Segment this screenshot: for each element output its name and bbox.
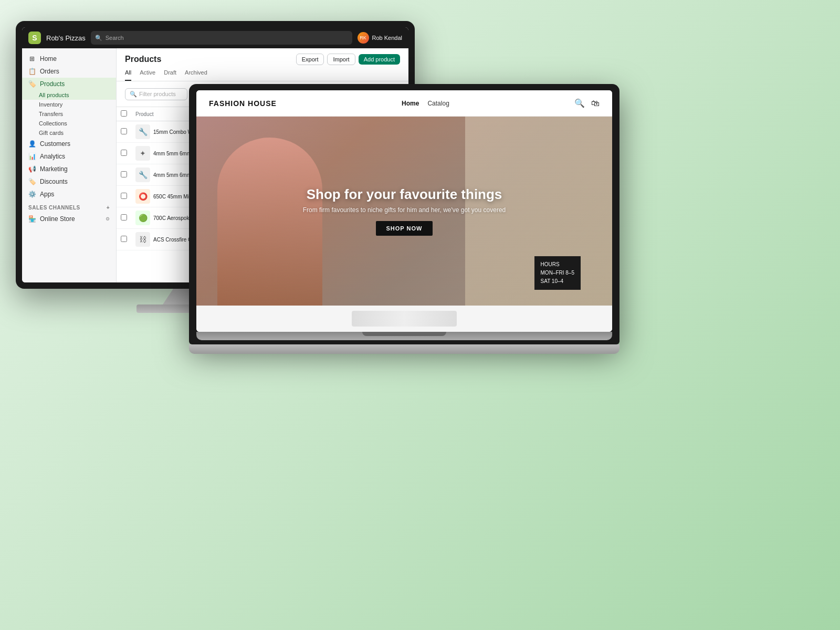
sidebar-label-apps: Apps <box>40 191 54 198</box>
store-header: FASHION HOUSE Home Catalog 🔍 🛍 <box>196 90 612 117</box>
sidebar-label-customers: Customers <box>40 140 70 148</box>
store-search-button[interactable]: 🔍 <box>574 98 585 108</box>
product-image: ✦ <box>135 146 150 161</box>
products-tabs: All Active Draft Archived <box>125 69 400 81</box>
sidebar-item-marketing[interactable]: 📢 Marketing <box>22 163 116 175</box>
export-button[interactable]: Export <box>296 54 324 65</box>
sales-channels-label: SALES CHANNELS <box>28 205 80 211</box>
sidebar-item-customers[interactable]: 👤 Customers <box>22 138 116 150</box>
products-icon: 🏷️ <box>28 80 36 88</box>
store-nav-home[interactable]: Home <box>402 100 419 107</box>
store-name-label: Rob's Pizzas <box>46 34 86 42</box>
hours-title: HOURS <box>541 260 574 269</box>
hero-section: Shop for your favourite things From firm… <box>196 117 612 306</box>
product-image: ⭕ <box>135 189 150 204</box>
admin-user: RK Rob Kendal <box>358 32 403 44</box>
sidebar-sub-label-inventory: Inventory <box>39 101 62 108</box>
sidebar-label-online-store: Online Store <box>40 215 75 223</box>
header-actions: Export Import Add product <box>296 54 400 65</box>
sidebar-sub-all-products[interactable]: All products <box>22 90 116 100</box>
sidebar-sub-label-all-products: All products <box>39 92 69 98</box>
tab-archived[interactable]: Archived <box>185 69 207 81</box>
user-initials: RK <box>360 35 366 40</box>
online-store-settings-icon[interactable]: ⚙ <box>106 216 110 222</box>
hero-cta-button[interactable]: SHOP NOW <box>376 221 433 236</box>
shopify-logo: S <box>28 32 41 44</box>
product-image: 🔧 <box>135 124 150 139</box>
add-product-button[interactable]: Add product <box>359 54 400 65</box>
discounts-icon: 🏷️ <box>28 178 36 185</box>
hero-text-container: Shop for your favourite things From firm… <box>303 186 506 235</box>
search-placeholder: Search <box>106 35 124 41</box>
store-nav: Home Catalog <box>402 100 449 107</box>
sidebar-sub-label-collections: Collections <box>39 120 67 127</box>
sidebar-sub-label-gift-cards: Gift cards <box>39 130 64 136</box>
hero-subtitle: From firm favourites to niche gifts for … <box>303 206 506 214</box>
row-checkbox[interactable] <box>121 236 127 242</box>
admin-header: S Rob's Pizzas 🔍 Search RK Rob Kendal <box>22 27 408 48</box>
apps-icon: ⚙️ <box>28 191 36 198</box>
sidebar-label-marketing: Marketing <box>40 165 68 173</box>
laptop: FASHION HOUSE Home Catalog 🔍 🛍 Shop for … <box>189 84 620 378</box>
online-store-icon: 🏪 <box>28 215 36 223</box>
filter-search-icon: 🔍 <box>130 91 137 98</box>
sidebar-label-home: Home <box>40 55 57 62</box>
hero-hours-box: HOURS MON–FRI 8–5 SAT 10–4 <box>534 256 581 290</box>
select-all-checkbox[interactable] <box>121 110 127 117</box>
customers-icon: 👤 <box>28 140 36 148</box>
store-cart-button[interactable]: 🛍 <box>591 98 600 108</box>
home-icon: ⊞ <box>28 55 36 62</box>
row-checkbox[interactable] <box>121 128 127 134</box>
filter-search-box[interactable]: 🔍 Filter products <box>125 88 187 100</box>
sidebar-sub-collections[interactable]: Collections <box>22 119 116 128</box>
product-image: 🔧 <box>135 167 150 182</box>
store-logo: FASHION HOUSE <box>209 99 277 108</box>
tab-active[interactable]: Active <box>140 69 155 81</box>
sidebar-item-home[interactable]: ⊞ Home <box>22 52 116 65</box>
row-checkbox[interactable] <box>121 193 127 199</box>
laptop-hinge <box>362 332 446 336</box>
sidebar-label-orders: Orders <box>40 68 59 75</box>
admin-search-bar[interactable]: 🔍 Search <box>91 31 352 45</box>
sidebar-item-apps[interactable]: ⚙️ Apps <box>22 188 116 201</box>
sidebar-sub-gift-cards[interactable]: Gift cards <box>22 128 116 138</box>
search-icon: 🔍 <box>95 35 102 41</box>
tab-all[interactable]: All <box>125 69 131 81</box>
sidebar-item-online-store[interactable]: 🏪 Online Store ⚙ <box>22 213 116 225</box>
row-checkbox[interactable] <box>121 171 127 177</box>
sidebar-item-discounts[interactable]: 🏷️ Discounts <box>22 175 116 188</box>
row-checkbox[interactable] <box>121 214 127 220</box>
sidebar-label-discounts: Discounts <box>40 178 68 185</box>
page-title: Products <box>125 55 161 64</box>
hours-weekday: MON–FRI 8–5 <box>541 269 574 277</box>
user-avatar: RK <box>358 32 369 44</box>
sidebar-sub-inventory[interactable]: Inventory <box>22 100 116 109</box>
sales-channels-header: SALES CHANNELS + <box>22 201 116 213</box>
product-image: 🟢 <box>135 211 150 225</box>
row-checkbox[interactable] <box>121 150 127 156</box>
sales-channels-add-icon[interactable]: + <box>107 205 110 211</box>
store-nav-catalog[interactable]: Catalog <box>427 100 449 107</box>
tab-draft[interactable]: Draft <box>164 69 176 81</box>
laptop-frame: FASHION HOUSE Home Catalog 🔍 🛍 Shop for … <box>189 84 620 344</box>
import-button[interactable]: Import <box>327 54 355 65</box>
orders-icon: 📋 <box>28 68 36 75</box>
hero-title: Shop for your favourite things <box>303 186 506 203</box>
sidebar-sub-label-transfers: Transfers <box>39 111 63 117</box>
marketing-icon: 📢 <box>28 165 36 173</box>
laptop-screen: FASHION HOUSE Home Catalog 🔍 🛍 Shop for … <box>196 90 612 332</box>
hours-saturday: SAT 10–4 <box>541 277 574 286</box>
store-icons: 🔍 🛍 <box>574 98 600 108</box>
sidebar-item-analytics[interactable]: 📊 Analytics <box>22 150 116 163</box>
laptop-bottom-bezel <box>196 332 612 340</box>
store-footer-image <box>352 311 457 327</box>
sidebar-label-products: Products <box>40 80 65 88</box>
filter-placeholder: Filter products <box>139 91 176 97</box>
laptop-base <box>189 344 620 354</box>
sidebar-item-products[interactable]: 🏷️ Products <box>22 78 116 90</box>
sidebar-item-orders[interactable]: 📋 Orders <box>22 65 116 78</box>
user-name: Rob Kendal <box>372 35 403 41</box>
product-image: ⛓ <box>135 232 150 247</box>
sidebar-sub-transfers[interactable]: Transfers <box>22 109 116 119</box>
sidebar-label-analytics: Analytics <box>40 153 65 160</box>
